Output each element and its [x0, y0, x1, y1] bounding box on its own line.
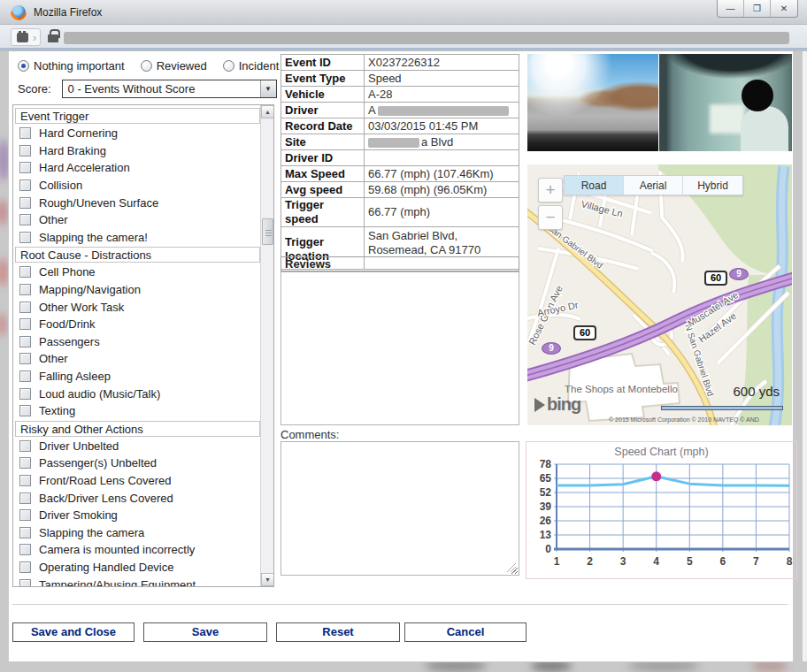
checkbox-icon[interactable] — [19, 353, 31, 364]
url-field-redacted[interactable] — [64, 32, 789, 44]
checkbox-falling-asleep[interactable]: Falling Asleep — [13, 368, 262, 386]
checkbox-label: Rough/Uneven Surface — [39, 196, 158, 210]
list-scrollbar[interactable]: ▲ ▼ — [260, 105, 273, 586]
checkbox-texting[interactable]: Texting — [13, 402, 262, 420]
browser-scrollbar[interactable] — [802, 51, 807, 661]
checkbox-icon[interactable] — [19, 127, 31, 139]
event-tags-list: Event Trigger Hard Cornering Hard Brakin… — [12, 104, 274, 587]
checkbox-hard-acceleration[interactable]: Hard Acceleration — [13, 159, 262, 177]
titlebar[interactable]: Mozilla Firefox — ❐ ✕ — [0, 0, 807, 25]
reset-button[interactable]: Reset — [276, 622, 400, 642]
row-value: Speed — [365, 71, 519, 87]
checkbox-slapping-camera-action[interactable]: Slapping the camera — [13, 523, 262, 541]
row-label: Driver — [281, 103, 365, 118]
checkbox-operating-handled-device[interactable]: Operating Handled Device — [13, 559, 262, 577]
checkbox-label: Camera is mounted incorrectly — [39, 543, 195, 556]
event-details-table: Event IDX0237226312 Event TypeSpeed Vehi… — [281, 54, 519, 270]
radio-nothing-important[interactable]: Nothing important — [18, 59, 125, 73]
checkbox-other-work-task[interactable]: Other Work Task — [13, 298, 262, 316]
score-label: Score: — [18, 82, 51, 95]
checkbox-slapping-camera-trigger[interactable]: Slapping the camera! — [13, 229, 262, 247]
svg-text:13: 13 — [540, 529, 552, 541]
checkbox-icon[interactable] — [19, 179, 31, 191]
checkbox-icon[interactable] — [19, 318, 31, 330]
checkbox-front-lens-covered[interactable]: Front/Road Lens Covered — [13, 472, 262, 490]
map-zoom-out-button[interactable]: − — [538, 205, 563, 230]
checkbox-icon[interactable] — [19, 266, 31, 278]
checkbox-icon[interactable] — [19, 579, 31, 587]
checkbox-label: Operating Handled Device — [39, 561, 173, 574]
checkbox-loud-audio[interactable]: Loud audio (Music/Talk) — [13, 385, 262, 402]
checkbox-icon[interactable] — [19, 162, 31, 173]
map-zoom-in-button[interactable]: + — [538, 178, 563, 202]
restore-button[interactable]: ❐ — [744, 0, 771, 17]
close-button[interactable]: ✕ — [771, 0, 797, 17]
bing-logo[interactable]: bing — [534, 394, 580, 415]
svg-text:52: 52 — [540, 486, 552, 499]
checkbox-icon[interactable] — [19, 527, 31, 538]
minimize-button[interactable]: — — [718, 0, 744, 17]
checkbox-passengers[interactable]: Passengers — [13, 333, 262, 351]
checkbox-driver-smoking[interactable]: Driver Smoking — [13, 507, 262, 524]
checkbox-back-lens-covered[interactable]: Back/Driver Lens Covered — [13, 489, 262, 507]
checkbox-camera-mounted-incorrectly[interactable]: Camera is mounted incorrectly — [13, 541, 262, 559]
checkbox-icon[interactable] — [19, 145, 31, 157]
radio-incident[interactable]: Incident — [223, 59, 280, 73]
highway-60-shield: 60 — [704, 271, 727, 286]
scroll-up-icon[interactable]: ▲ — [261, 105, 274, 118]
checkbox-rough-uneven-surface[interactable]: Rough/Uneven Surface — [13, 194, 262, 211]
table-row: Max Speed66.77 (mph) (107.46Km) — [281, 166, 519, 182]
checkbox-other-distraction[interactable]: Other — [13, 350, 262, 368]
checkbox-icon[interactable] — [19, 475, 31, 486]
checkbox-icon[interactable] — [19, 302, 31, 313]
bing-map[interactable]: Village Ln San Gabriel Blvd Rose Glen Av… — [527, 164, 792, 425]
scrollbar-thumb[interactable] — [262, 218, 273, 245]
checkbox-mapping-navigation[interactable]: Mapping/Navigation — [13, 281, 262, 299]
svg-text:8: 8 — [787, 555, 793, 568]
radio-button-icon[interactable] — [141, 60, 152, 72]
site-identity-button[interactable]: › — [11, 28, 41, 46]
checkbox-hard-braking[interactable]: Hard Braking — [13, 142, 262, 160]
checkbox-cell-phone[interactable]: Cell Phone — [13, 263, 262, 281]
checkbox-icon[interactable] — [19, 370, 31, 382]
radio-reviewed[interactable]: Reviewed — [141, 59, 207, 73]
checkbox-icon[interactable] — [19, 493, 31, 504]
checkbox-icon[interactable] — [19, 509, 31, 521]
save-button[interactable]: Save — [143, 622, 267, 642]
checkbox-icon[interactable] — [19, 440, 31, 452]
chart-title: Speed Chart (mph) — [526, 446, 796, 458]
table-row: Event IDX0237226312 — [281, 55, 519, 71]
checkbox-tampering-equipment[interactable]: Tampering/Abusing Equipment — [13, 576, 262, 587]
checkbox-icon[interactable] — [19, 388, 31, 400]
checkbox-other-trigger[interactable]: Other — [13, 211, 262, 229]
checkbox-passengers-unbelted[interactable]: Passenger(s) Unbelted — [13, 454, 262, 472]
checkbox-collision[interactable]: Collision — [13, 177, 262, 195]
checkbox-icon[interactable] — [19, 561, 31, 573]
checkbox-driver-unbelted[interactable]: Driver Unbelted — [13, 438, 262, 455]
checkbox-icon[interactable] — [19, 214, 31, 225]
scroll-down-icon[interactable]: ▼ — [261, 573, 274, 586]
comments-label: Comments: — [281, 428, 339, 441]
checkbox-icon[interactable] — [19, 197, 31, 209]
event-review-dialog: Nothing important Reviewed Incident Scor… — [9, 51, 793, 661]
checkbox-food-drink[interactable]: Food/Drink — [13, 316, 262, 333]
tab-hybrid[interactable]: Hybrid — [683, 176, 742, 195]
checkbox-label: Other — [39, 352, 68, 365]
checkbox-icon[interactable] — [19, 405, 31, 416]
tab-aerial[interactable]: Aerial — [624, 176, 683, 195]
radio-button-icon[interactable] — [223, 60, 234, 72]
row-label: Event Type — [281, 71, 365, 87]
score-select[interactable]: 0 - Events Without Score ▼ — [62, 80, 277, 98]
checkbox-icon[interactable] — [19, 284, 31, 295]
checkbox-icon[interactable] — [19, 544, 31, 555]
tab-road[interactable]: Road — [565, 176, 624, 195]
checkbox-icon[interactable] — [19, 457, 31, 469]
checkbox-hard-cornering[interactable]: Hard Cornering — [13, 125, 262, 142]
checkbox-icon[interactable] — [19, 336, 31, 347]
cancel-button[interactable]: Cancel — [404, 622, 526, 642]
radio-button-icon[interactable] — [18, 60, 29, 72]
checkbox-icon[interactable] — [19, 232, 31, 243]
dropdown-arrow-icon[interactable]: ▼ — [260, 80, 276, 97]
comments-textarea[interactable] — [281, 441, 519, 576]
save-and-close-button[interactable]: Save and Close — [12, 622, 134, 642]
